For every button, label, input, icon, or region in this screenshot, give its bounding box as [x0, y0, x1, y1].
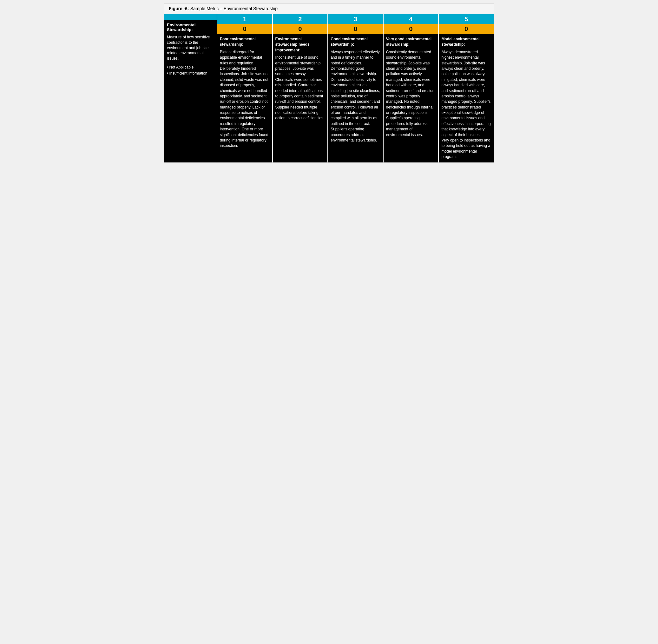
col-4-score: 0: [384, 24, 438, 34]
label-note-1: • Not Applicable: [167, 64, 214, 70]
score-col-1: 1 0 Poor environmental stewardship: Blat…: [217, 14, 272, 162]
score-col-4: 4 0 Very good environmental stewardship:…: [383, 14, 438, 162]
score-col-5: 5 0 Model environmental stewardship: Alw…: [438, 14, 494, 162]
score-col-2: 2 0 Environmental stewardship needs impr…: [272, 14, 328, 162]
figure-header: Figure -6: Sample Metric – Environmental…: [164, 3, 494, 14]
col-1-number: 1: [217, 14, 272, 24]
col-3-content: Good environmental stewardship: Always r…: [328, 34, 383, 162]
col-5-body: Always demonstrated highest environmenta…: [441, 49, 491, 160]
col-4-title: Very good environmental stewardship:: [386, 37, 436, 48]
col-5-number: 5: [439, 14, 494, 24]
label-notes: • Not Applicable • Insufficient informat…: [167, 64, 214, 76]
metric-table: Environmental Stewardship: Measure of ho…: [164, 14, 494, 162]
col-2-body: Inconsistent use of sound environmental …: [275, 55, 325, 121]
figure-title: Sample Metric – Environmental Stewardshi…: [190, 6, 278, 11]
col-2-content: Environmental stewardship needs improvem…: [273, 34, 328, 162]
col-2-score: 0: [273, 24, 328, 34]
col-2-title: Environmental stewardship needs improvem…: [275, 37, 325, 53]
col-1-title: Poor environmental stewardship:: [220, 37, 270, 48]
label-note-2: • Insufficient information: [167, 70, 214, 76]
label-desc: Measure of how sensitive contractor is t…: [167, 34, 214, 61]
page-wrapper: Figure -6: Sample Metric – Environmental…: [164, 3, 494, 163]
label-column: Environmental Stewardship: Measure of ho…: [164, 14, 217, 162]
col-1-body: Blatant disregard for applicable environ…: [220, 49, 270, 149]
col-3-number: 3: [328, 14, 383, 24]
col-3-score: 0: [328, 24, 383, 34]
col-3-title: Good environmental stewardship:: [331, 37, 380, 48]
label-top-bar: [164, 14, 217, 20]
score-columns-container: 1 0 Poor environmental stewardship: Blat…: [217, 14, 494, 162]
col-1-content: Poor environmental stewardship: Blatant …: [217, 34, 272, 162]
col-4-content: Very good environmental stewardship: Con…: [384, 34, 438, 162]
figure-label: Figure -6:: [169, 6, 189, 11]
col-5-score: 0: [439, 24, 494, 34]
label-title: Environmental Stewardship:: [167, 23, 214, 32]
score-col-3: 3 0 Good environmental stewardship: Alwa…: [327, 14, 383, 162]
col-5-title: Model environmental stewardship:: [441, 37, 491, 48]
col-4-number: 4: [384, 14, 438, 24]
col-2-number: 2: [273, 14, 328, 24]
col-5-content: Model environmental stewardship: Always …: [439, 34, 494, 162]
col-4-body: Consistently demonstrated sound environm…: [386, 49, 436, 138]
col-3-body: Always responded effectively and in a ti…: [331, 49, 380, 143]
col-1-score: 0: [217, 24, 272, 34]
